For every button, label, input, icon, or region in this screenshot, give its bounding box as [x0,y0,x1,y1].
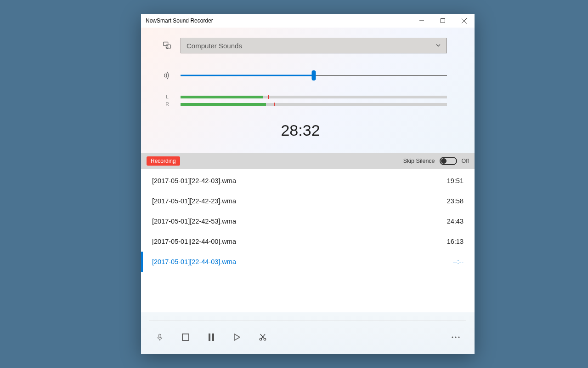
level-fill-right [181,103,266,106]
file-row[interactable]: [2017-05-01][22-42-03].wma19:51 [141,171,475,191]
status-bar: Recording Skip Silence Off [141,153,475,169]
file-row[interactable]: [2017-05-01][22-42-53].wma24:43 [141,211,475,231]
svg-point-16 [455,336,456,338]
level-meters [181,96,447,106]
source-selected-label: Computer Sounds [187,42,242,50]
svg-rect-10 [212,334,214,341]
svg-rect-1 [441,19,445,23]
svg-point-15 [452,336,453,338]
level-bar-right [181,103,447,106]
file-row[interactable]: [2017-05-01][22-42-23].wma23:58 [141,191,475,211]
file-duration: 24:43 [447,218,464,225]
titlebar: NowSmart Sound Recorder [141,14,475,28]
close-button[interactable] [453,14,475,28]
file-row[interactable]: [2017-05-01][22-44-00].wma16:13 [141,231,475,252]
toggle-knob [441,158,447,164]
file-name: [2017-05-01][22-42-03].wma [152,177,447,184]
level-peak-left [268,95,269,99]
svg-rect-8 [182,334,189,340]
level-fill-left [181,96,263,98]
svg-point-17 [458,336,459,338]
play-button[interactable] [231,331,243,343]
app-window: NowSmart Sound Recorder Computer Sounds [141,14,475,354]
slider-thumb[interactable] [312,70,316,80]
level-peak-right [274,103,275,106]
recording-panel: Computer Sounds L [141,28,475,153]
source-select[interactable]: Computer Sounds [181,38,447,53]
file-name: [2017-05-01][22-44-00].wma [152,238,447,245]
stop-button[interactable] [180,331,192,343]
minimize-button[interactable] [411,14,432,28]
slider-filled [181,75,314,76]
bottom-bar [141,312,475,354]
file-duration: --:-- [453,258,464,265]
level-bar-left [181,96,447,98]
file-row[interactable]: [2017-05-01][22-44-03].wma--:-- [141,252,475,272]
file-duration: 16:13 [447,238,464,245]
svg-rect-9 [209,334,210,341]
maximize-button[interactable] [432,14,453,28]
more-button[interactable] [450,331,462,343]
recordings-list[interactable]: [2017-05-01][22-42-03].wma19:51[2017-05-… [141,169,475,312]
levels-labels: L R [154,95,181,107]
svg-rect-6 [159,334,161,338]
file-name: [2017-05-01][22-42-23].wma [152,197,447,205]
record-button[interactable] [154,331,166,343]
chevron-down-icon [435,42,441,50]
recording-timer: 28:32 [154,121,447,139]
level-label-left: L [166,95,169,99]
volume-row [154,70,447,81]
pause-button[interactable] [205,331,217,343]
volume-icon [154,71,181,80]
source-icon [154,41,181,50]
level-label-right: R [165,102,169,107]
file-name: [2017-05-01][22-44-03].wma [152,258,453,265]
skip-silence-label: Skip Silence [403,158,435,164]
source-row: Computer Sounds [154,38,447,53]
playback-controls [141,321,475,354]
levels-row: L R [154,95,447,107]
file-name: [2017-05-01][22-42-53].wma [152,218,447,225]
file-duration: 19:51 [447,177,464,184]
recording-badge: Recording [147,156,180,166]
window-title: NowSmart Sound Recorder [146,17,213,24]
skip-silence-toggle[interactable] [440,157,457,165]
volume-slider[interactable] [181,70,447,81]
cut-button[interactable] [257,331,269,343]
file-duration: 23:58 [447,197,464,205]
skip-silence-state: Off [462,158,469,164]
